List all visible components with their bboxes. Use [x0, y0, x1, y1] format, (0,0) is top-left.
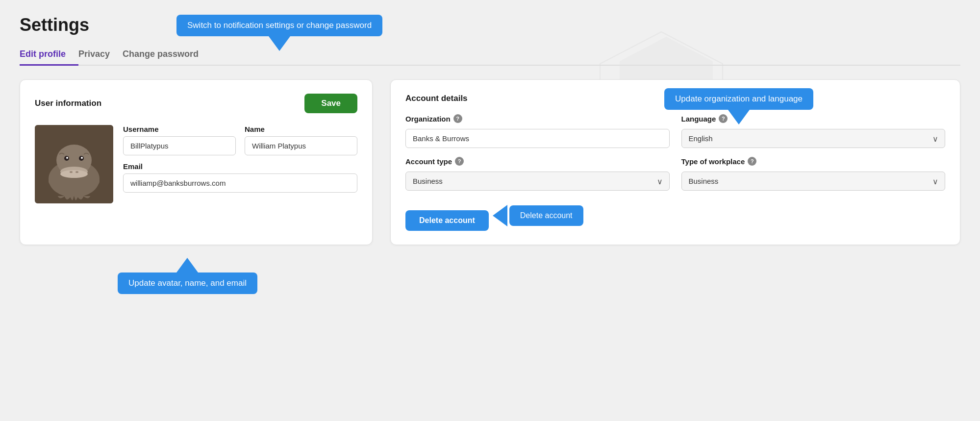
workplace-type-select-wrapper: Business Remote Hybrid: [681, 172, 946, 191]
svg-point-13: [49, 176, 62, 186]
name-label: Name: [245, 125, 357, 133]
account-type-help-icon[interactable]: ?: [455, 157, 464, 166]
name-group: Name: [245, 125, 357, 155]
workplace-type-select[interactable]: Business Remote Hybrid: [681, 172, 946, 191]
user-information-card: User information Save: [20, 79, 373, 245]
main-content: User information Save: [20, 79, 960, 245]
save-button[interactable]: Save: [304, 94, 357, 113]
bottom-annotation-area: Update avatar, name, and email: [20, 250, 960, 299]
name-input[interactable]: [245, 136, 357, 155]
email-input[interactable]: [123, 173, 357, 193]
top-arrow-down: [269, 36, 290, 51]
delete-arrow-left: [493, 205, 507, 226]
delete-account-button[interactable]: Delete account: [405, 210, 489, 231]
right-callout-box: Update organization and language: [664, 88, 813, 110]
workplace-type-label: Type of workplace ?: [681, 157, 946, 166]
svg-point-10: [81, 157, 83, 159]
right-arrow-down: [728, 110, 750, 124]
svg-point-9: [66, 157, 68, 159]
account-type-label: Account type ?: [405, 157, 670, 166]
user-info-title: User information: [35, 99, 101, 108]
username-input[interactable]: [123, 136, 236, 155]
svg-point-12: [75, 171, 78, 173]
top-callout-box: Switch to notification settings or chang…: [176, 15, 382, 36]
organization-help-icon[interactable]: ?: [453, 114, 462, 123]
account-type-select[interactable]: Business Personal Enterprise: [405, 172, 670, 191]
page-title: Settings: [20, 15, 960, 35]
username-name-row: Username Name: [123, 125, 357, 155]
organization-input[interactable]: [405, 129, 670, 148]
bottom-annotation: Update avatar, name, and email: [118, 258, 257, 294]
username-label: Username: [123, 125, 236, 133]
bottom-callout-box: Update avatar, name, and email: [118, 272, 257, 294]
bottom-arrow-up: [176, 258, 198, 272]
email-group: Email: [123, 162, 357, 193]
svg-point-14: [86, 176, 100, 186]
avatar[interactable]: [35, 125, 113, 203]
avatar-image: [35, 125, 113, 203]
user-info-row: Username Name Email: [35, 125, 357, 203]
right-annotation: Update organization and language: [664, 88, 813, 124]
workplace-type-help-icon[interactable]: ?: [748, 157, 756, 166]
account-type-group: Account type ? Business Personal Enterpr…: [405, 157, 670, 191]
delete-row: Delete account Delete account: [405, 200, 945, 231]
tab-privacy[interactable]: Privacy: [78, 44, 123, 66]
account-grid: Organization ? Language ? En: [405, 114, 945, 191]
svg-point-6: [60, 170, 88, 178]
organization-label: Organization ?: [405, 114, 670, 123]
email-label: Email: [123, 162, 357, 171]
tabs-row: Edit profile Privacy Change password: [20, 44, 960, 66]
delete-callout-box: Delete account: [509, 205, 583, 226]
organization-group: Organization ?: [405, 114, 670, 148]
language-select[interactable]: English Spanish French German: [681, 129, 946, 148]
svg-point-11: [70, 171, 73, 173]
account-type-select-wrapper: Business Personal Enterprise: [405, 172, 670, 191]
username-group: Username: [123, 125, 236, 155]
workplace-type-group: Type of workplace ? Business Remote Hybr…: [681, 157, 946, 191]
language-select-wrapper: English Spanish French German: [681, 129, 946, 148]
top-annotation: Switch to notification settings or chang…: [176, 15, 382, 51]
form-fields: Username Name Email: [123, 125, 357, 193]
card-header: User information Save: [35, 94, 357, 113]
tab-edit-profile[interactable]: Edit profile: [20, 44, 78, 66]
